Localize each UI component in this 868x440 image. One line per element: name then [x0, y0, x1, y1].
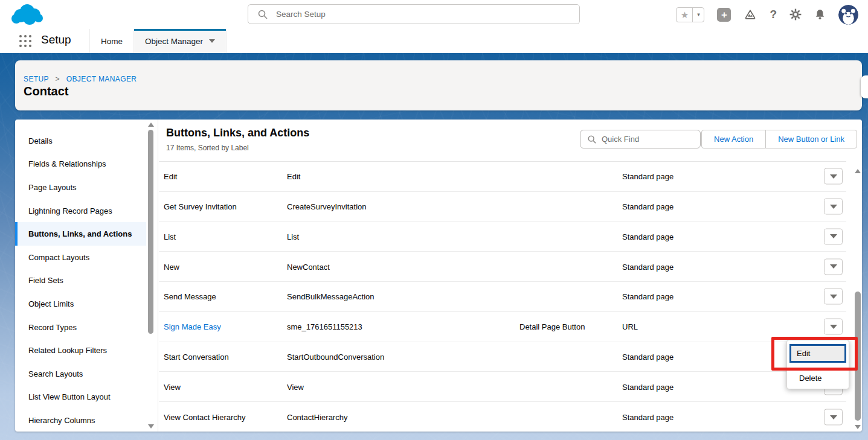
quick-find-box [580, 130, 701, 148]
sidebar-item[interactable]: Compact Layouts [15, 246, 146, 269]
sidebar-item[interactable]: Related Lookup Filters [15, 339, 146, 362]
search-icon [588, 135, 596, 144]
table-row: Edit Edit Standard page [159, 162, 846, 192]
sidebar-item[interactable]: Object Limits [15, 292, 146, 316]
favorites-caret-icon[interactable]: ▾ [692, 8, 704, 22]
row-content-source: Standard page [622, 202, 674, 211]
table-scrollbar[interactable] [854, 168, 862, 430]
app-launcher-waffle-icon[interactable] [18, 34, 33, 48]
tab-home[interactable]: Home [89, 29, 134, 53]
sidebar-item[interactable]: Details [15, 129, 146, 153]
global-actions-add-icon[interactable]: + [717, 8, 731, 22]
context-menu-item-edit[interactable]: Edit [789, 344, 846, 363]
list-title: Buttons, Links, and Actions [166, 127, 309, 139]
row-label: View Contact Hierarchy [164, 413, 246, 422]
row-label: View [164, 382, 181, 391]
chevron-down-icon [830, 205, 837, 209]
chevron-down-icon [830, 264, 837, 269]
table-row: Start Conversation StartOutboundConversa… [159, 342, 846, 372]
row-name: Edit [287, 172, 300, 181]
row-type: Detail Page Button [519, 322, 585, 331]
chevron-down-icon [209, 39, 215, 43]
row-label: Edit [164, 172, 177, 181]
setup-gear-icon[interactable] [789, 8, 802, 21]
scroll-down-arrow-icon[interactable] [855, 425, 861, 429]
list-subtitle: 17 Items, Sorted by Label [166, 144, 249, 152]
favorites-star-icon[interactable]: ★ [677, 8, 692, 22]
new-button-or-link-button[interactable]: New Button or Link [765, 130, 857, 148]
setup-nav-bar: Setup Home Object Manager [0, 29, 868, 53]
sidebar-item-label: Fields & Relationships [28, 159, 106, 168]
sidebar-item[interactable]: Fields & Relationships [15, 153, 146, 176]
edge-partial-button[interactable] [861, 75, 868, 98]
sidebar-scrollbar-thumb[interactable] [148, 130, 153, 334]
sidebar-item[interactable]: Search Layouts [15, 362, 146, 386]
tab-object-manager-label: Object Manager [145, 37, 203, 46]
sidebar-item-label: Lightning Record Pages [28, 206, 112, 215]
scroll-up-arrow-icon[interactable] [855, 169, 861, 173]
row-label: New [164, 262, 179, 271]
favorites-button-group[interactable]: ★ ▾ [676, 7, 704, 22]
row-name: sme_1761651155213 [287, 322, 362, 331]
page-title: Contact [24, 84, 68, 98]
sidebar-item[interactable]: Page Layouts [15, 176, 146, 199]
table-row: List List Standard page [159, 222, 846, 252]
chevron-down-icon [830, 325, 837, 329]
sidebar-item-label: Search Layouts [28, 369, 83, 378]
sidebar-item-label: Page Layouts [28, 183, 77, 192]
table-row: New NewContact Standard page [159, 252, 846, 282]
sidebar-item[interactable]: Record Types [15, 316, 146, 339]
row-actions-dropdown-button[interactable] [824, 168, 843, 185]
row-label: Start Conversation [164, 352, 229, 361]
sidebar-item-label: Object Limits [28, 299, 74, 308]
row-actions-dropdown-button[interactable] [824, 199, 843, 215]
row-actions-dropdown-button[interactable] [824, 289, 843, 305]
global-header: ★ ▾ + ? [0, 0, 868, 29]
quick-find-input[interactable] [602, 135, 686, 144]
new-action-button[interactable]: New Action [701, 130, 766, 148]
tab-object-manager[interactable]: Object Manager [134, 29, 227, 53]
row-content-source: Standard page [622, 413, 674, 422]
help-icon[interactable]: ? [770, 8, 777, 21]
tab-home-label: Home [101, 37, 123, 46]
user-avatar[interactable] [838, 5, 858, 25]
global-search-input[interactable] [276, 10, 542, 19]
sidebar-scrollbar[interactable] [147, 121, 155, 430]
table-row: View View Standard page [159, 372, 846, 402]
breadcrumb-setup-link[interactable]: SETUP [24, 75, 49, 83]
scroll-down-arrow-icon[interactable] [148, 424, 154, 429]
header-utility-icons: ★ ▾ + ? [676, 0, 858, 29]
sidebar-item-label: Details [28, 136, 53, 145]
row-content-source: Standard page [622, 172, 674, 181]
row-name: List [287, 232, 299, 241]
trailhead-icon[interactable] [744, 8, 757, 21]
sidebar-item[interactable]: Buttons, Links, and Actions [15, 222, 146, 246]
buttons-links-actions-table: Edit Edit Standard page Get Survey Invit… [159, 161, 846, 432]
sidebar-item-label: List View Button Layout [28, 392, 111, 401]
chevron-down-icon [830, 174, 837, 179]
row-actions-dropdown-button[interactable] [824, 319, 843, 335]
row-actions-dropdown-button[interactable] [824, 228, 843, 244]
notifications-bell-icon[interactable] [814, 8, 826, 21]
setup-page-background: SETUP > OBJECT MANAGER Contact Details F… [0, 53, 868, 440]
sidebar-item-label: Related Lookup Filters [28, 346, 107, 355]
sidebar-item[interactable]: List View Button Layout [15, 386, 146, 409]
object-header-card: SETUP > OBJECT MANAGER Contact [15, 60, 862, 110]
sidebar-item[interactable]: Hierarchy Columns [15, 409, 146, 432]
row-actions-dropdown-button[interactable] [824, 258, 843, 275]
sidebar-item[interactable]: Lightning Record Pages [15, 199, 146, 223]
scroll-up-arrow-icon[interactable] [148, 123, 154, 127]
table-scrollbar-thumb[interactable] [855, 292, 861, 421]
table-row: Sign Made Easy sme_1761651155213 Detail … [159, 312, 846, 342]
sidebar-item-label: Hierarchy Columns [28, 416, 95, 425]
context-menu-item-delete[interactable]: Delete [787, 369, 849, 387]
sidebar-item[interactable]: Field Sets [15, 269, 146, 293]
row-content-source: URL [622, 322, 638, 331]
row-actions-dropdown-button[interactable] [824, 409, 843, 426]
row-label[interactable]: Sign Made Easy [164, 322, 221, 331]
sidebar-item-list: Details Fields & Relationships Page Layo… [15, 129, 146, 432]
breadcrumb-object-manager-link[interactable]: OBJECT MANAGER [66, 75, 137, 83]
row-name: NewContact [287, 262, 330, 271]
row-name: StartOutboundConversation [287, 352, 384, 361]
app-name: Setup [41, 33, 71, 46]
